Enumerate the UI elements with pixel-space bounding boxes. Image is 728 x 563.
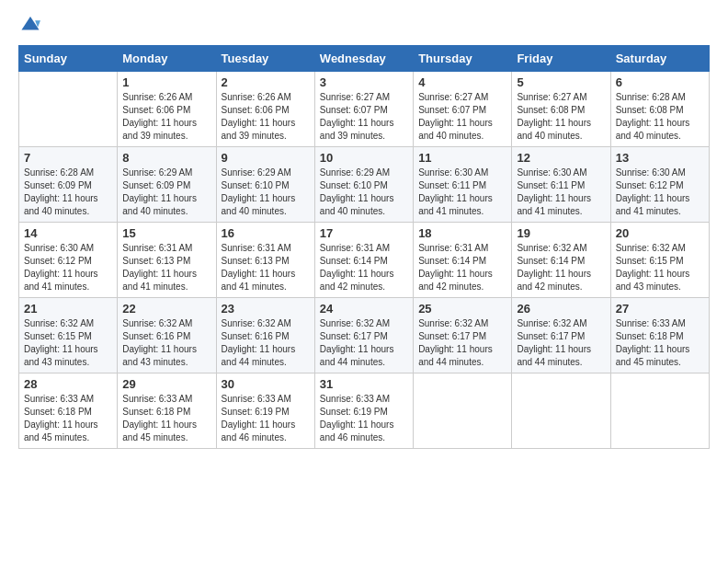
day-cell: 19Sunrise: 6:32 AMSunset: 6:14 PMDayligh…: [512, 223, 610, 298]
day-header-saturday: Saturday: [610, 46, 709, 72]
day-number: 18: [418, 226, 506, 240]
day-cell: 30Sunrise: 6:33 AMSunset: 6:19 PMDayligh…: [216, 373, 314, 449]
day-header-sunday: Sunday: [19, 46, 118, 72]
day-info: Sunrise: 6:32 AMSunset: 6:15 PMDaylight:…: [24, 317, 112, 369]
day-info: Sunrise: 6:31 AMSunset: 6:13 PMDaylight:…: [222, 242, 310, 293]
day-number: 26: [517, 302, 605, 316]
day-info: Sunrise: 6:26 AMSunset: 6:06 PMDaylight:…: [122, 91, 210, 143]
day-info: Sunrise: 6:29 AMSunset: 6:10 PMDaylight:…: [320, 167, 408, 218]
day-number: 12: [517, 151, 605, 165]
day-info: Sunrise: 6:29 AMSunset: 6:09 PMDaylight:…: [122, 167, 210, 218]
day-info: Sunrise: 6:33 AMSunset: 6:18 PMDaylight:…: [24, 393, 112, 444]
day-cell: 20Sunrise: 6:32 AMSunset: 6:15 PMDayligh…: [610, 223, 709, 298]
day-info: Sunrise: 6:26 AMSunset: 6:06 PMDaylight:…: [222, 91, 310, 143]
week-row-3: 14Sunrise: 6:30 AMSunset: 6:12 PMDayligh…: [19, 223, 710, 298]
day-info: Sunrise: 6:32 AMSunset: 6:17 PMDaylight:…: [320, 317, 408, 369]
day-cell: 6Sunrise: 6:28 AMSunset: 6:08 PMDaylight…: [610, 72, 709, 147]
day-number: 29: [122, 377, 210, 391]
day-cell: 8Sunrise: 6:29 AMSunset: 6:09 PMDaylight…: [118, 147, 216, 223]
day-cell: 7Sunrise: 6:28 AMSunset: 6:09 PMDaylight…: [19, 147, 118, 223]
day-cell: 9Sunrise: 6:29 AMSunset: 6:10 PMDaylight…: [216, 147, 314, 223]
day-cell: [512, 373, 610, 449]
day-info: Sunrise: 6:27 AMSunset: 6:07 PMDaylight:…: [418, 91, 506, 143]
day-cell: [414, 373, 512, 449]
week-row-2: 7Sunrise: 6:28 AMSunset: 6:09 PMDaylight…: [19, 147, 710, 223]
day-number: 25: [418, 302, 506, 316]
day-number: 27: [616, 302, 704, 316]
week-row-5: 28Sunrise: 6:33 AMSunset: 6:18 PMDayligh…: [19, 373, 710, 449]
day-number: 28: [24, 377, 112, 391]
day-number: 7: [24, 151, 112, 165]
day-info: Sunrise: 6:27 AMSunset: 6:07 PMDaylight:…: [320, 91, 408, 143]
day-number: 2: [222, 75, 310, 89]
day-cell: 14Sunrise: 6:30 AMSunset: 6:12 PMDayligh…: [19, 223, 118, 298]
day-number: 9: [222, 151, 310, 165]
day-number: 19: [517, 226, 605, 240]
day-number: 31: [320, 377, 408, 391]
day-cell: [610, 373, 709, 449]
day-cell: 25Sunrise: 6:32 AMSunset: 6:17 PMDayligh…: [414, 298, 512, 373]
day-number: 4: [418, 75, 506, 89]
day-info: Sunrise: 6:33 AMSunset: 6:18 PMDaylight:…: [616, 317, 704, 369]
day-header-thursday: Thursday: [414, 46, 512, 72]
day-info: Sunrise: 6:30 AMSunset: 6:11 PMDaylight:…: [418, 167, 506, 218]
day-cell: 11Sunrise: 6:30 AMSunset: 6:11 PMDayligh…: [414, 147, 512, 223]
day-info: Sunrise: 6:29 AMSunset: 6:10 PMDaylight:…: [222, 167, 310, 218]
day-number: 14: [24, 226, 112, 240]
day-header-wednesday: Wednesday: [314, 46, 413, 72]
week-row-1: 1Sunrise: 6:26 AMSunset: 6:06 PMDaylight…: [19, 72, 710, 147]
day-cell: 23Sunrise: 6:32 AMSunset: 6:16 PMDayligh…: [216, 298, 314, 373]
day-cell: 2Sunrise: 6:26 AMSunset: 6:06 PMDaylight…: [216, 72, 314, 147]
day-number: 16: [222, 226, 310, 240]
day-number: 24: [320, 302, 408, 316]
day-number: 21: [24, 302, 112, 316]
day-info: Sunrise: 6:27 AMSunset: 6:08 PMDaylight:…: [517, 91, 605, 143]
day-number: 6: [616, 75, 704, 89]
day-cell: 18Sunrise: 6:31 AMSunset: 6:14 PMDayligh…: [414, 223, 512, 298]
day-cell: 13Sunrise: 6:30 AMSunset: 6:12 PMDayligh…: [610, 147, 709, 223]
logo: [18, 14, 40, 38]
day-number: 3: [320, 75, 408, 89]
day-cell: 15Sunrise: 6:31 AMSunset: 6:13 PMDayligh…: [118, 223, 216, 298]
day-cell: 16Sunrise: 6:31 AMSunset: 6:13 PMDayligh…: [216, 223, 314, 298]
calendar-table: SundayMondayTuesdayWednesdayThursdayFrid…: [18, 45, 710, 449]
day-info: Sunrise: 6:30 AMSunset: 6:12 PMDaylight:…: [24, 242, 112, 293]
day-number: 30: [222, 377, 310, 391]
day-cell: 28Sunrise: 6:33 AMSunset: 6:18 PMDayligh…: [19, 373, 118, 449]
logo-icon: [20, 14, 40, 34]
day-header-monday: Monday: [118, 46, 216, 72]
calendar-container: SundayMondayTuesdayWednesdayThursdayFrid…: [0, 0, 728, 463]
day-info: Sunrise: 6:33 AMSunset: 6:19 PMDaylight:…: [320, 393, 408, 444]
day-cell: 5Sunrise: 6:27 AMSunset: 6:08 PMDaylight…: [512, 72, 610, 147]
day-header-tuesday: Tuesday: [216, 46, 314, 72]
day-cell: 1Sunrise: 6:26 AMSunset: 6:06 PMDaylight…: [118, 72, 216, 147]
day-cell: 4Sunrise: 6:27 AMSunset: 6:07 PMDaylight…: [414, 72, 512, 147]
day-number: 1: [122, 75, 210, 89]
day-number: 15: [122, 226, 210, 240]
day-cell: 3Sunrise: 6:27 AMSunset: 6:07 PMDaylight…: [314, 72, 413, 147]
days-header-row: SundayMondayTuesdayWednesdayThursdayFrid…: [19, 46, 710, 72]
day-cell: 27Sunrise: 6:33 AMSunset: 6:18 PMDayligh…: [610, 298, 709, 373]
day-cell: 17Sunrise: 6:31 AMSunset: 6:14 PMDayligh…: [314, 223, 413, 298]
day-info: Sunrise: 6:33 AMSunset: 6:19 PMDaylight:…: [222, 393, 310, 444]
day-info: Sunrise: 6:32 AMSunset: 6:15 PMDaylight:…: [616, 242, 704, 293]
day-header-friday: Friday: [512, 46, 610, 72]
day-number: 8: [122, 151, 210, 165]
day-number: 22: [122, 302, 210, 316]
day-info: Sunrise: 6:31 AMSunset: 6:14 PMDaylight:…: [418, 242, 506, 293]
day-info: Sunrise: 6:32 AMSunset: 6:17 PMDaylight:…: [517, 317, 605, 369]
day-number: 10: [320, 151, 408, 165]
day-info: Sunrise: 6:28 AMSunset: 6:09 PMDaylight:…: [24, 167, 112, 218]
day-info: Sunrise: 6:31 AMSunset: 6:13 PMDaylight:…: [122, 242, 210, 293]
day-cell: 21Sunrise: 6:32 AMSunset: 6:15 PMDayligh…: [19, 298, 118, 373]
day-number: 13: [616, 151, 704, 165]
day-info: Sunrise: 6:28 AMSunset: 6:08 PMDaylight:…: [616, 91, 704, 143]
day-cell: 31Sunrise: 6:33 AMSunset: 6:19 PMDayligh…: [314, 373, 413, 449]
day-number: 11: [418, 151, 506, 165]
week-row-4: 21Sunrise: 6:32 AMSunset: 6:15 PMDayligh…: [19, 298, 710, 373]
day-cell: 26Sunrise: 6:32 AMSunset: 6:17 PMDayligh…: [512, 298, 610, 373]
day-info: Sunrise: 6:33 AMSunset: 6:18 PMDaylight:…: [122, 393, 210, 444]
day-cell: [19, 72, 118, 147]
day-cell: 22Sunrise: 6:32 AMSunset: 6:16 PMDayligh…: [118, 298, 216, 373]
day-info: Sunrise: 6:32 AMSunset: 6:16 PMDaylight:…: [222, 317, 310, 369]
